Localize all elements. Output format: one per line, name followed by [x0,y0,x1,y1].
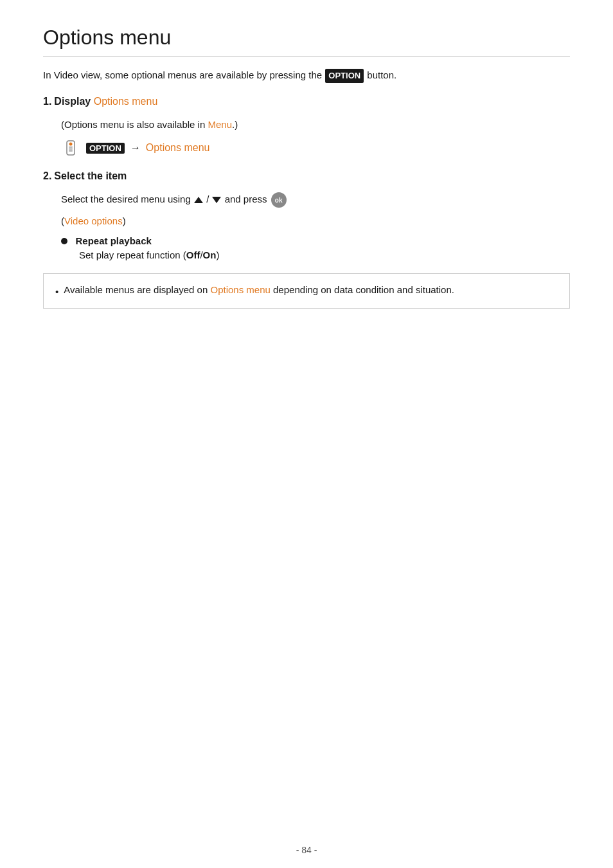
step-1-number: 1. [43,96,51,107]
triangle-up-icon [194,197,203,203]
step-1-heading: Display Options menu [54,96,157,107]
repeat-desc-before: Set play repeat function ( [79,249,186,260]
step-1-menu-link: Menu [208,119,232,130]
svg-rect-2 [69,147,73,148]
remote-icon [61,138,80,158]
page-footer: - 84 - [0,832,613,868]
ok-button-icon: ok [271,192,287,208]
page-number: - 84 - [296,845,317,855]
repeat-playback-header: Repeat playback [61,235,570,247]
step-2-header: 2. Select the item [43,170,570,187]
repeat-playback-label: Repeat playback [75,235,151,246]
svg-rect-4 [69,150,73,152]
page-container: Options menu In Video view, some optiona… [30,0,583,832]
step-1-heading-text: Display [54,96,93,107]
note-after: depending on data condition and situatio… [271,284,454,295]
repeat-desc-after: ) [216,249,219,260]
step-1-sub-after: .) [232,119,238,130]
svg-point-1 [69,143,73,146]
step-2-heading: Select the item [54,170,127,182]
option-path: OPTION → Options menu [61,138,570,158]
page-title: Options menu [43,26,570,57]
step-2: 2. Select the item Select the desired me… [43,170,570,260]
step-1-sub-before: (Options menu is also available in [61,119,208,130]
intro-text-before: In Video view, some optional menus are a… [43,69,324,80]
step-2-desc-after: and press [222,194,269,204]
video-options-link-para: (Video options) [61,214,570,229]
intro-text-after: button. [364,69,396,80]
svg-rect-3 [69,149,73,150]
triangle-down-icon [212,197,221,203]
video-options-link: Video options [64,215,123,226]
step-2-desc-before: Select the desired menu using [61,194,193,204]
note-bullet-dot: • [55,285,58,300]
step-1-heading-link: Options menu [94,96,158,107]
path-arrow: → [130,142,141,154]
step-1-sub-text: (Options menu is also available in Menu.… [61,118,570,132]
repeat-off-label: Off [186,249,200,260]
note-box: • Available menus are displayed on Optio… [43,273,570,309]
note-options-menu-link: Options menu [210,284,270,295]
repeat-on-label: On [203,249,217,260]
path-options-menu-link: Options menu [146,142,210,154]
note-bullet: • Available menus are displayed on Optio… [55,283,558,300]
step-1-header: 1. Display Options menu [43,96,570,113]
step-2-desc: Select the desired menu using / and pres… [61,192,570,208]
bullet-dot-icon [61,238,67,244]
step-1: 1. Display Options menu (Options menu is… [43,96,570,158]
option-badge: OPTION [325,69,364,83]
step-2-content: Select the desired menu using / and pres… [61,192,570,260]
note-text: Available menus are displayed on Options… [64,283,454,298]
repeat-playback-item: Repeat playback Set play repeat function… [61,235,570,260]
repeat-playback-desc: Set play repeat function (Off/On) [79,249,570,260]
path-option-badge: OPTION [86,143,125,154]
step-1-content: (Options menu is also available in Menu.… [61,118,570,158]
note-before: Available menus are displayed on [64,284,210,295]
intro-paragraph: In Video view, some optional menus are a… [43,68,570,83]
step-2-number: 2. [43,170,51,182]
